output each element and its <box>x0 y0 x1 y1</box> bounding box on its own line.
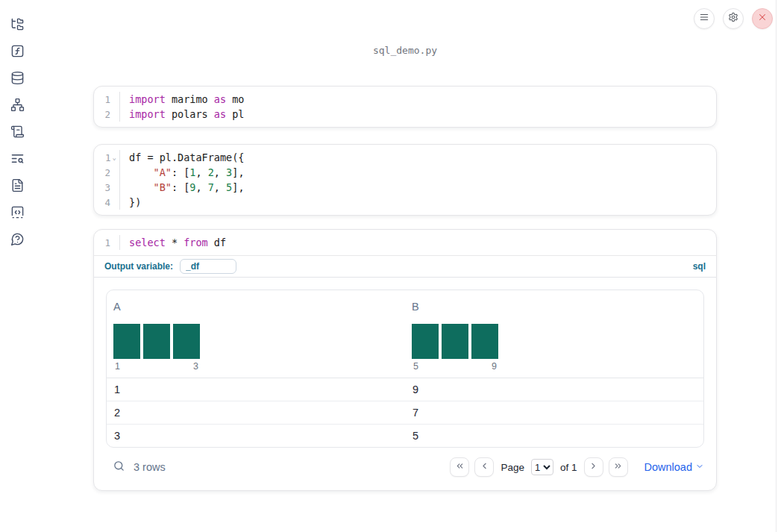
histogram-axis: 13 <box>113 361 200 372</box>
sidebar-item-code-panel[interactable] <box>10 205 25 220</box>
language-badge: sql <box>693 261 706 272</box>
sidebar <box>0 0 34 532</box>
table-cell: 5 <box>405 425 703 447</box>
chevron-down-icon <box>695 461 704 473</box>
page-of-label: of 1 <box>560 462 577 473</box>
axis-tick-label: 3 <box>193 361 198 372</box>
settings-button[interactable] <box>723 8 744 29</box>
column-histogram <box>412 324 703 359</box>
code-content: }) <box>129 196 141 208</box>
scroll-icon <box>10 125 25 142</box>
help-circle-icon <box>10 232 25 249</box>
line-number: 1 <box>94 94 119 105</box>
code-line[interactable]: 1import marimo as mo <box>94 92 716 107</box>
prev-page-button[interactable] <box>474 457 494 477</box>
gutter-divider <box>119 92 120 107</box>
gutter-divider <box>119 235 120 250</box>
histogram-bar <box>173 324 200 359</box>
output-variable-label: Output variable: <box>104 261 173 272</box>
last-page-button[interactable] <box>609 457 628 477</box>
output-variable-input[interactable] <box>180 259 236 274</box>
chevrons-right-icon <box>613 460 623 474</box>
notebook: sql_demo.py 1import marimo as mo2import … <box>93 0 717 491</box>
page-select[interactable]: 1 <box>531 459 553 475</box>
sidebar-item-variables[interactable] <box>10 44 25 59</box>
line-number: 3 <box>94 182 119 193</box>
line-number: 4 <box>94 197 119 208</box>
code-editor-sql[interactable]: 1select * from df <box>94 230 716 255</box>
sidebar-item-snippets[interactable] <box>10 178 25 193</box>
network-icon <box>10 98 25 115</box>
histogram-bar <box>471 324 498 359</box>
column-header-b[interactable]: B59 <box>405 290 703 378</box>
histogram-bar <box>442 324 468 359</box>
sidebar-item-dependency-graph[interactable] <box>10 98 25 113</box>
gutter-divider <box>119 165 120 180</box>
sidebar-item-data-sources[interactable] <box>10 71 25 86</box>
column-histogram <box>113 324 405 359</box>
sidebar-item-scratchpad-search[interactable] <box>10 151 25 166</box>
sidebar-item-logs[interactable] <box>10 125 25 140</box>
code-content: "A": [1, 2, 3], <box>129 166 245 178</box>
page-label: Page <box>501 462 524 473</box>
table-header-row: A13B59 <box>107 290 703 378</box>
gear-icon <box>728 12 738 25</box>
fold-chevron-icon[interactable]: ⌄ <box>113 154 116 161</box>
column-header-a[interactable]: A13 <box>107 290 405 378</box>
line-number: 2 <box>94 109 119 120</box>
chevron-right-icon <box>589 460 598 474</box>
cell-imports[interactable]: 1import marimo as mo2import polars as pl <box>93 86 717 128</box>
code-line[interactable]: 2import polars as pl <box>94 107 716 122</box>
code-editor-dataframe[interactable]: 1⌄df = pl.DataFrame({2 "A": [1, 2, 3],3 … <box>94 145 716 215</box>
code-content: import polars as pl <box>129 108 244 120</box>
close-button[interactable] <box>752 8 773 29</box>
row-count: 3 rows <box>134 461 166 473</box>
scrollbar-track[interactable] <box>776 0 777 532</box>
gutter-divider <box>119 107 120 122</box>
file-text-icon <box>10 178 25 195</box>
first-page-button[interactable] <box>450 457 469 477</box>
next-page-button[interactable] <box>584 457 603 477</box>
download-button[interactable]: Download <box>644 461 705 473</box>
notebook-filename[interactable]: sql_demo.py <box>93 45 717 56</box>
code-line[interactable]: 4}) <box>94 195 716 210</box>
code-content: import marimo as mo <box>129 93 244 105</box>
table-cell: 1 <box>107 378 405 401</box>
code-line[interactable]: 1⌄df = pl.DataFrame({ <box>94 150 716 165</box>
sidebar-item-help[interactable] <box>10 232 25 247</box>
table-row: 35 <box>107 424 703 447</box>
table-cell: 7 <box>405 401 703 424</box>
code-editor-imports[interactable]: 1import marimo as mo2import polars as pl <box>94 87 716 127</box>
table-body: 192735 <box>107 378 703 447</box>
line-number: 1 <box>94 237 119 248</box>
chevron-left-icon <box>480 460 489 474</box>
table-footer: 3 rows Page 1 of 1 <box>106 456 704 478</box>
column-name: B <box>412 301 703 313</box>
download-label: Download <box>644 461 693 473</box>
code-content: "B": [9, 7, 5], <box>129 181 245 193</box>
gutter-divider <box>119 150 120 165</box>
close-x-icon <box>757 12 768 25</box>
database-icon <box>10 71 25 88</box>
histogram-bar <box>143 324 170 359</box>
table-row: 27 <box>107 401 703 424</box>
search-icon[interactable] <box>113 460 125 475</box>
code-line[interactable]: 1select * from df <box>94 235 716 250</box>
cell-dataframe[interactable]: 1⌄df = pl.DataFrame({2 "A": [1, 2, 3],3 … <box>93 144 717 216</box>
sidebar-item-file-explorer[interactable] <box>10 17 25 32</box>
axis-tick-label: 9 <box>492 361 497 372</box>
chevrons-left-icon <box>455 460 465 474</box>
code-line[interactable]: 2 "A": [1, 2, 3], <box>94 165 716 180</box>
function-square-icon <box>10 44 25 61</box>
column-name: A <box>113 301 405 313</box>
table-cell: 2 <box>107 401 405 424</box>
gutter-divider <box>119 180 120 195</box>
axis-tick-label: 5 <box>413 361 418 372</box>
pagination: Page 1 of 1 Download <box>450 457 704 477</box>
line-number: 2 <box>94 167 119 178</box>
table-row: 19 <box>107 378 703 401</box>
code-line[interactable]: 3 "B": [9, 7, 5], <box>94 180 716 195</box>
cell-output: A13B59 192735 3 rows Page <box>94 278 716 490</box>
histogram-axis: 59 <box>412 361 498 372</box>
cell-sql[interactable]: 1select * from df Output variable: sql A… <box>93 229 717 491</box>
